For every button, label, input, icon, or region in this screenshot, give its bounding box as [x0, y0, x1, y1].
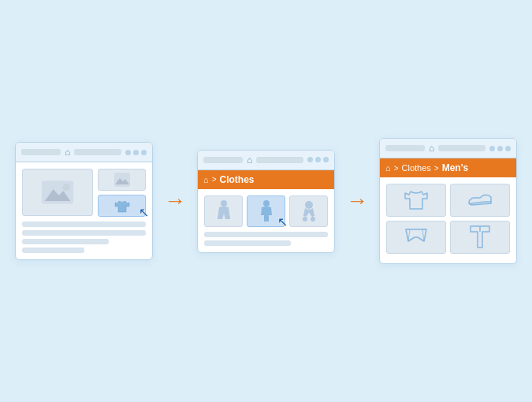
s1-thumb-shirt: ↖ [98, 195, 146, 217]
s3-grid [386, 184, 510, 254]
dot [315, 157, 321, 162]
address-stub [21, 149, 61, 155]
woman-svg [215, 199, 233, 223]
text-line [204, 240, 291, 246]
s3-item-underwear [386, 221, 446, 254]
home-icon-3: ⌂ [429, 143, 434, 154]
address-stub [385, 145, 425, 151]
diagram: ⌂ [15, 138, 517, 264]
s2-item-man: ↖ [247, 195, 285, 227]
dot [323, 157, 329, 162]
shoes-svg [466, 191, 494, 210]
window-dots-2 [307, 157, 329, 162]
breadcrumb-home-2: ⌂ [203, 175, 209, 184]
browser-2-titlebar: ⌂ [198, 151, 334, 170]
s2-item-baby [289, 195, 328, 227]
small-image-svg [114, 173, 130, 187]
breadcrumb-current-3: Men's [442, 162, 469, 173]
breadcrumb-sep1-3: > [394, 164, 399, 173]
baby-svg [299, 200, 319, 222]
browser-3-body: ⌂ > Clothes > Men's [380, 158, 516, 263]
tshirt-svg [404, 188, 429, 213]
browser-1: ⌂ [15, 142, 153, 260]
text-line [204, 232, 328, 237]
address-bar-3 [438, 145, 485, 151]
breadcrumb-sep-2: > [212, 175, 217, 184]
window-dots-1 [125, 150, 147, 155]
breadcrumb-bar-3: ⌂ > Clothes > Men's [380, 158, 516, 177]
s2-text-lines [204, 232, 328, 246]
s3-item-shoes [450, 184, 510, 217]
svg-point-9 [303, 217, 307, 221]
text-line [22, 248, 84, 253]
dot [489, 146, 495, 151]
s2-grid: ↖ [204, 195, 328, 227]
s3-item-pants [450, 221, 510, 254]
browser-1-titlebar: ⌂ [16, 143, 152, 162]
text-line [22, 239, 109, 244]
browser-3: ⌂ ⌂ > Clothes > Men's [379, 138, 517, 264]
svg-point-6 [221, 200, 227, 207]
window-dots-3 [489, 146, 511, 151]
underwear-svg [404, 225, 429, 249]
arrow-1: → [164, 188, 186, 214]
cursor-2: ↖ [277, 214, 288, 229]
dot [505, 146, 511, 151]
breadcrumb-link-3: Clothes [402, 163, 431, 173]
address-stub [203, 157, 243, 163]
browser-3-titlebar: ⌂ [380, 139, 516, 158]
s1-text-lines [22, 221, 146, 253]
browser-2: ⌂ ⌂ > Clothes [197, 150, 335, 253]
dot [141, 150, 147, 155]
address-bar-2 [256, 157, 303, 163]
dot [497, 146, 503, 151]
man-svg [258, 199, 275, 223]
svg-rect-3 [114, 173, 130, 187]
s1-main-content: ↖ [22, 169, 146, 217]
cursor-1: ↖ [139, 205, 149, 220]
svg-point-10 [311, 217, 315, 221]
dot [307, 157, 313, 162]
browser-2-body: ⌂ > Clothes [198, 170, 334, 252]
s2-item-woman [204, 195, 243, 227]
address-bar-1 [74, 149, 121, 155]
svg-point-2 [62, 184, 69, 191]
breadcrumb-bar-2: ⌂ > Clothes [198, 170, 334, 189]
breadcrumb-home-3: ⌂ [385, 163, 391, 173]
shirt-svg [114, 199, 130, 213]
text-line [22, 230, 146, 236]
home-icon-1: ⌂ [65, 147, 70, 158]
s1-sidebar: ↖ [98, 169, 146, 217]
arrow-2: → [346, 188, 368, 214]
browser-1-body: ↖ [16, 162, 152, 259]
home-icon-2: ⌂ [247, 154, 252, 166]
svg-point-7 [263, 200, 270, 207]
svg-point-8 [305, 201, 313, 209]
hero-image [22, 169, 93, 216]
s3-item-tshirt [386, 184, 446, 217]
breadcrumb-current-2: Clothes [220, 174, 255, 185]
s1-thumb-top [98, 169, 146, 191]
breadcrumb-sep2-3: > [434, 164, 439, 173]
pants-svg [468, 224, 492, 251]
dot [125, 150, 131, 155]
dot [133, 150, 139, 155]
text-line [22, 221, 146, 227]
mountain-svg [42, 181, 73, 204]
